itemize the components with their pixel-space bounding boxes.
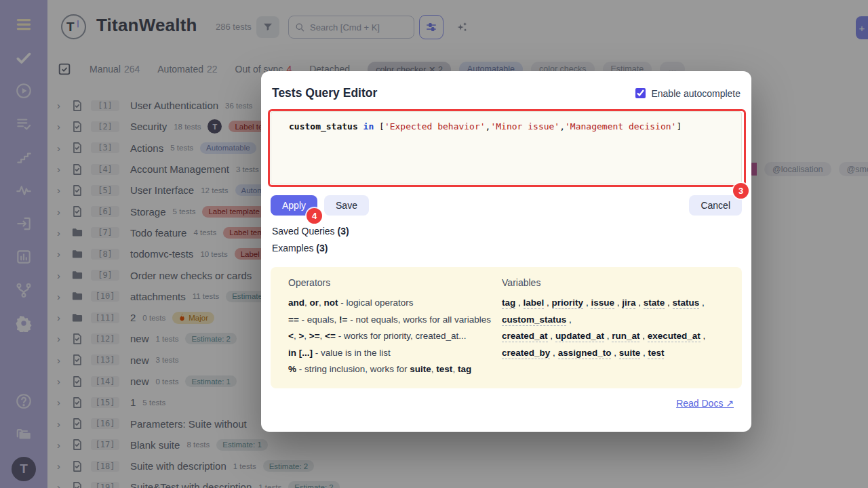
operator-help-line: in [...] - value is in the list bbox=[288, 345, 502, 362]
read-docs-link[interactable]: Read Docs ↗ bbox=[676, 398, 734, 409]
annotation-step-4: 4 bbox=[307, 208, 322, 224]
operator-help-line: % - string inclusion, works for suite, t… bbox=[288, 361, 502, 378]
operators-column: Operators and, or, not - logical operato… bbox=[288, 277, 502, 378]
operator-help-line: == - equals, != - not equals, works for … bbox=[288, 312, 502, 329]
operators-title: Operators bbox=[288, 277, 502, 288]
variable-name: issue bbox=[591, 298, 614, 309]
variable-help-line: custom_status , bbox=[502, 312, 724, 329]
query-token-plain: , bbox=[559, 121, 565, 131]
cancel-button[interactable]: Cancel bbox=[689, 195, 742, 216]
variables-title: Variables bbox=[502, 277, 724, 288]
query-token-plain bbox=[358, 121, 363, 131]
examples-label: Examples bbox=[272, 243, 313, 253]
autocomplete-checkbox[interactable] bbox=[635, 88, 646, 98]
docs-row: Read Docs ↗ bbox=[271, 397, 742, 409]
operators-lines: and, or, not - logical operators== - equ… bbox=[288, 295, 502, 378]
variable-name: status bbox=[673, 298, 700, 309]
examples-count: (3) bbox=[316, 243, 328, 253]
query-token-name: custom_status bbox=[289, 121, 358, 131]
saved-queries-link[interactable]: Saved Queries (3) bbox=[271, 226, 742, 237]
variable-name: state bbox=[644, 298, 665, 309]
variable-name: tag bbox=[502, 298, 515, 309]
variable-name: custom_status bbox=[502, 314, 566, 326]
variable-name: test bbox=[648, 348, 664, 359]
query-token-str: 'Minor issue' bbox=[490, 121, 559, 131]
annotation-step-3: 3 bbox=[733, 183, 749, 199]
query-token-str: 'Management decision' bbox=[565, 121, 676, 131]
examples-link[interactable]: Examples (3) bbox=[271, 243, 742, 253]
saved-queries-count: (3) bbox=[338, 226, 349, 237]
variable-name: priority bbox=[552, 298, 584, 309]
variable-name: label bbox=[524, 298, 545, 309]
variables-lines: tag , label , priority , issue , jira , … bbox=[502, 295, 724, 361]
variable-name: assigned_to bbox=[558, 348, 612, 359]
variable-name: run_at bbox=[612, 331, 639, 342]
variable-help-line: tag , label , priority , issue , jira , … bbox=[502, 295, 724, 312]
variable-name: jira bbox=[622, 298, 635, 309]
tests-query-editor-modal: Tests Query Editor Enable autocomplete c… bbox=[261, 71, 751, 432]
variable-name: executed_at bbox=[648, 331, 701, 342]
query-token-plain: [ bbox=[374, 121, 384, 131]
variable-name: updated_at bbox=[555, 331, 604, 342]
query-token-plain: ] bbox=[676, 121, 682, 131]
query-token-kw: in bbox=[363, 121, 374, 131]
saved-queries-label: Saved Queries bbox=[272, 226, 335, 237]
operator-help-line: and, or, not - logical operators bbox=[288, 295, 502, 312]
modal-buttons: Apply Save Cancel bbox=[271, 195, 742, 216]
variable-help-line: created_by , assigned_to , suite , test bbox=[502, 345, 724, 362]
query-help-box: Operators and, or, not - logical operato… bbox=[271, 267, 742, 388]
query-token-str: 'Expected behavior' bbox=[384, 121, 486, 131]
autocomplete-label: Enable autocomplete bbox=[651, 88, 741, 99]
variable-name: suite bbox=[619, 348, 641, 359]
query-editor[interactable]: custom_status in ['Expected behavior','M… bbox=[271, 111, 742, 184]
modal-header: Tests Query Editor Enable autocomplete bbox=[271, 82, 742, 100]
autocomplete-toggle[interactable]: Enable autocomplete bbox=[635, 88, 741, 99]
variables-column: Variables tag , label , priority , issue… bbox=[502, 277, 724, 378]
variable-name: created_at bbox=[502, 331, 548, 342]
save-button[interactable]: Save bbox=[324, 195, 369, 216]
operator-help-line: <, >, >=, <= - works for priority, creat… bbox=[288, 328, 502, 345]
variable-name: created_by bbox=[502, 348, 550, 359]
modal-title: Tests Query Editor bbox=[272, 86, 377, 100]
variable-help-line: created_at , updated_at , run_at , execu… bbox=[502, 328, 724, 345]
